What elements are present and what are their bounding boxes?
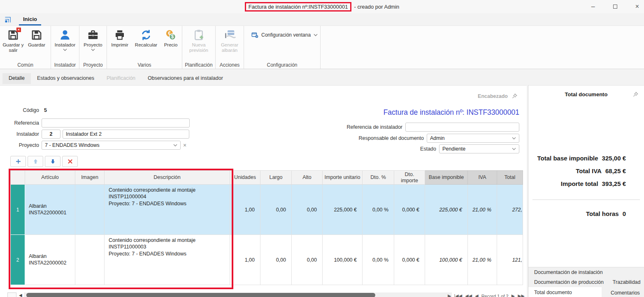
generar-albaran-label: Generar albarán	[217, 42, 242, 53]
cell-largo[interactable]: 0,00	[260, 185, 292, 235]
chevron-down-icon[interactable]	[173, 144, 177, 146]
importe-total-row: Importe total 393,25 €	[537, 180, 626, 187]
tab-documentacion-produccion[interactable]: Documentación de producción	[528, 277, 609, 287]
maximize-button[interactable]	[613, 3, 617, 10]
proyecto-combobox[interactable]: 7 - ENDADES Windows	[42, 141, 181, 150]
cell-importe-unitario[interactable]: 225,000 €	[323, 185, 363, 235]
cell-descripcion[interactable]: Contenido correspondiente al montaje INS…	[105, 235, 230, 285]
total-documento-panel: Total documento Total base imponible 325…	[528, 85, 644, 297]
ribbon-tab-inicio[interactable]: Inicio	[19, 14, 41, 26]
row-number-column-header[interactable]	[11, 171, 25, 185]
table-row[interactable]: 2 Albarán INSTA22000002 Contenido corres…	[11, 235, 523, 285]
proyecto-clear-icon[interactable]: ×	[183, 142, 186, 148]
proyecto-dropdown-button[interactable]: Proyecto	[81, 26, 105, 51]
imprimir-button[interactable]: Imprimir	[108, 26, 131, 48]
save-exit-button[interactable]: × Guardar y salir	[1, 26, 25, 53]
tab-total-documento[interactable]: Total documento	[528, 287, 602, 297]
nav-next-page-icon[interactable]: ▶▶	[518, 293, 525, 297]
cell-dto-pct[interactable]: 0,00 %	[363, 185, 394, 235]
total-iva-label: Total IVA	[576, 167, 602, 174]
nav-prev-icon[interactable]: ◀	[475, 293, 478, 297]
minimize-button[interactable]: –	[591, 3, 595, 10]
column-header-iva[interactable]: IVA	[468, 171, 497, 185]
column-header-importe-unitario[interactable]: Importe unitario	[323, 171, 363, 185]
table-row[interactable]: 1 Albarán INSTA22000001 Contenido corres…	[11, 185, 523, 235]
column-header-largo[interactable]: Largo	[260, 171, 292, 185]
chevron-down-icon[interactable]	[512, 148, 516, 150]
nav-prev-page-icon[interactable]: ◀◀	[465, 293, 472, 297]
move-row-down-button[interactable]	[45, 156, 60, 167]
cell-dto-importe[interactable]: 0,000 €	[394, 185, 425, 235]
document-tabs: Detalle Estados y observaciones Planific…	[2, 73, 229, 84]
nav-first-icon[interactable]: |◀◀	[454, 293, 462, 297]
recalcular-label: Recalcular	[135, 42, 157, 48]
column-header-articulo[interactable]: Artículo	[25, 171, 75, 185]
encabezado-label: Encabezado	[478, 93, 508, 99]
recalcular-button[interactable]: Recalcular	[131, 26, 161, 48]
column-header-unidades[interactable]: Unidades	[230, 171, 260, 185]
pin-icon[interactable]	[632, 91, 639, 97]
save-button[interactable]: Guardar	[25, 26, 48, 48]
tab-comentarios[interactable]: Comentarios	[602, 288, 644, 297]
add-row-button[interactable]	[10, 156, 26, 167]
column-header-imagen[interactable]: Imagen	[75, 171, 105, 185]
cell-imagen[interactable]	[75, 235, 105, 285]
tab-estados-observaciones[interactable]: Estados y observaciones	[31, 73, 100, 84]
scrollbar-track[interactable]	[24, 292, 452, 297]
chevron-down-icon[interactable]	[512, 137, 516, 139]
nav-play-icon[interactable]: ▶	[448, 293, 451, 297]
cell-imagen[interactable]	[75, 185, 105, 235]
cell-alto[interactable]: 0,00	[292, 235, 323, 285]
tab-documentacion-instalacion[interactable]: Documentación de instalación	[528, 267, 609, 277]
cell-dto-importe[interactable]: 0,000 €	[394, 235, 425, 285]
ribbon-group-instalador: Instalador Instalador	[51, 26, 79, 69]
total-iva-value: 68,25 €	[605, 167, 626, 174]
pin-icon[interactable]	[511, 93, 518, 99]
column-header-alto[interactable]: Alto	[292, 171, 323, 185]
estado-combobox[interactable]: Pendiente	[439, 144, 519, 153]
row-number-badge: 1	[11, 185, 25, 235]
responsable-combobox[interactable]: Admin	[427, 134, 519, 143]
cell-base-imponible: 225,000 €	[425, 185, 468, 235]
responsable-label: Responsable del documento	[359, 135, 424, 141]
column-header-dto-pct[interactable]: Dto. %	[363, 171, 394, 185]
tab-trazabilidad[interactable]: Trazabilidad	[609, 277, 644, 287]
column-header-total[interactable]: Total	[497, 171, 523, 185]
config-ventana-button[interactable]: Configuración ventana	[251, 31, 318, 39]
column-header-dto-importe[interactable]: Dto. importe	[394, 171, 425, 185]
cell-unidades[interactable]: 1,00	[230, 235, 260, 285]
tab-detalle[interactable]: Detalle	[2, 73, 31, 84]
panel-title: Total documento	[528, 91, 644, 97]
close-button[interactable]: ×	[635, 3, 639, 10]
app-window: Factura de instalación nº:INSTF33000001 …	[0, 0, 644, 297]
cell-articulo[interactable]: Albarán INSTA22000002	[25, 235, 75, 285]
tab-observaciones-instalador[interactable]: Observaciones para el instalador	[142, 73, 229, 84]
cell-descripcion[interactable]: Contenido correspondiente al montaje INS…	[105, 185, 230, 235]
estado-row: Estado Pendiente	[420, 144, 519, 153]
cell-dto-pct[interactable]: 0,00 %	[363, 235, 394, 285]
instalador-dropdown-button[interactable]: Instalador	[52, 26, 78, 51]
nav-next-icon[interactable]: ▶	[511, 293, 515, 297]
cell-alto[interactable]: 0,00	[292, 185, 323, 235]
chevron-down-icon	[91, 49, 95, 51]
descripcion-linea-2: Proyecto: 7 - ENDADES Windows	[109, 251, 226, 257]
precio-button[interactable]: € $ Precio	[161, 26, 181, 48]
column-header-descripcion[interactable]: Descripción	[105, 171, 230, 185]
nueva-prevision-label: Nueva previsión	[184, 42, 214, 53]
cell-importe-unitario[interactable]: 100,000 €	[323, 235, 363, 285]
scrollbar-thumb[interactable]	[26, 293, 375, 297]
cell-largo[interactable]: 0,00	[260, 235, 292, 285]
column-header-base-imponible[interactable]: Base imponible	[425, 171, 468, 185]
cell-articulo[interactable]: Albarán INSTA22000001	[25, 185, 75, 235]
referencia-instalador-input[interactable]	[405, 123, 519, 132]
referencia-input[interactable]	[42, 118, 190, 128]
instalador-code-input[interactable]: 2	[42, 130, 60, 139]
delete-row-button[interactable]	[62, 156, 78, 167]
descripcion-linea-1: Contenido correspondiente al montaje INS…	[109, 187, 226, 200]
clipboard-plus-icon	[193, 29, 205, 41]
ribbon-group-planificacion: Nueva previsión Planificación	[182, 26, 216, 69]
cell-unidades[interactable]: 1,00	[230, 185, 260, 235]
instalador-name-input[interactable]: Instalador Ext 2	[63, 130, 189, 139]
app-logo-icon[interactable]	[4, 15, 12, 23]
scroll-left-icon[interactable]: ◀	[19, 293, 22, 297]
